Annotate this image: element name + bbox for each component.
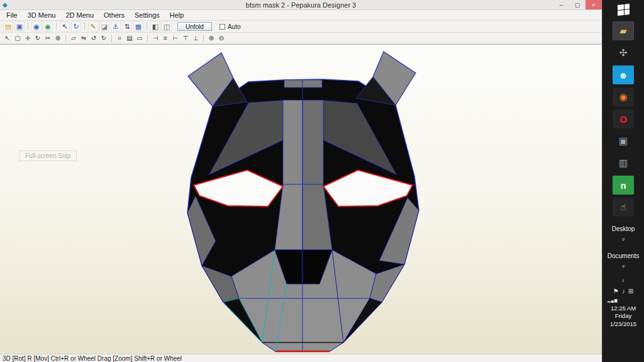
- zoom-out-icon[interactable]: ⊖: [217, 34, 226, 43]
- save-icon[interactable]: ▣: [14, 21, 25, 31]
- toolbar-separator: [147, 35, 148, 42]
- toolbar-separator: [56, 23, 57, 30]
- app-window: ◆ btsm mask 2 - Pepakura Designer 3 – ▢ …: [0, 0, 602, 362]
- page-layout-icon[interactable]: ▤: [125, 34, 134, 43]
- status-bar: 3D [Rot] R [Mov] Ctrl+R or Wheel Drag [Z…: [0, 354, 602, 362]
- mask-face-stripe-right: [303, 100, 323, 184]
- action-center-flag-icon[interactable]: ⚑: [613, 288, 619, 295]
- view-2d-window-icon[interactable]: ◉: [43, 21, 53, 31]
- close-button[interactable]: ×: [586, 0, 602, 9]
- menu-item-3d-menu[interactable]: 3D Menu: [23, 11, 61, 19]
- taskbar-clock[interactable]: 12:25 AM Friday 1/23/2015: [610, 305, 636, 328]
- zoom-in-icon[interactable]: ⊕: [207, 34, 216, 43]
- rotate-ccw-icon[interactable]: ↺: [89, 34, 98, 43]
- tray-expand-icon[interactable]: ‹: [622, 277, 624, 284]
- mask-face-crown-quad: [284, 80, 322, 88]
- align-left-icon[interactable]: ⊣: [151, 34, 160, 43]
- select-mode-icon[interactable]: ↖: [60, 21, 70, 31]
- auto-checkbox[interactable]: [219, 24, 225, 30]
- toolbar-main: ▤▣◉◉↖↻✎◪⚓⇅▦◧◫ Unfold Auto: [0, 21, 602, 33]
- blender-icon[interactable]: ◉: [613, 88, 634, 106]
- file-explorer-icon[interactable]: ▰: [613, 21, 634, 40]
- menu-bar: File3D Menu2D MenuOthersSettingsHelp: [0, 10, 602, 21]
- printer-icon[interactable]: ▥: [613, 154, 634, 173]
- menu-item-file[interactable]: File: [1, 11, 23, 19]
- menu-item-help[interactable]: Help: [165, 11, 189, 19]
- align-top-icon[interactable]: ⊤: [181, 34, 190, 43]
- window-split-icon[interactable]: ◫: [162, 21, 172, 31]
- toolbar-separator: [65, 35, 66, 42]
- start-button[interactable]: [602, 0, 644, 19]
- swap-icon[interactable]: ⇅: [122, 21, 132, 31]
- toolbar-separator: [84, 23, 85, 30]
- view-3d-window-icon[interactable]: ◉: [31, 21, 42, 31]
- rotate-cw-icon[interactable]: ↻: [99, 34, 108, 43]
- clock-day: Friday: [610, 312, 636, 320]
- toolbar-separator: [147, 23, 147, 30]
- move-island-icon[interactable]: ✛: [23, 34, 32, 43]
- toolbar-separator: [111, 35, 112, 42]
- clock-time: 12:25 AM: [610, 305, 636, 312]
- flip-island-icon[interactable]: ⇋: [79, 34, 88, 43]
- tray-icons: ⚑♪⊞: [613, 288, 633, 295]
- hand-app-icon[interactable]: ☝: [613, 198, 634, 217]
- network-signal-icon[interactable]: ▂▄▆: [608, 298, 618, 302]
- part-number-icon[interactable]: ⌗: [115, 34, 124, 43]
- select-part-icon[interactable]: ↖: [3, 34, 12, 43]
- mask-3d-model[interactable]: [0, 45, 602, 353]
- desktop-toolbar[interactable]: Desktop «: [612, 225, 635, 244]
- status-text: 3D [Rot] R [Mov] Ctrl+R or Wheel Drag [Z…: [3, 355, 182, 362]
- divide-face-icon[interactable]: ✂: [43, 34, 52, 43]
- chevron-down-icon[interactable]: «: [621, 264, 626, 268]
- align-bottom-icon[interactable]: ⊥: [191, 34, 200, 43]
- rotate-island-icon[interactable]: ↻: [33, 34, 42, 43]
- minimize-button[interactable]: –: [553, 0, 569, 9]
- menu-item-others[interactable]: Others: [99, 11, 130, 19]
- search-app-icon[interactable]: ✣: [613, 43, 634, 62]
- pen-icon[interactable]: ✎: [88, 21, 98, 31]
- menu-item-settings[interactable]: Settings: [130, 11, 165, 19]
- window-controls: – ▢ ×: [553, 0, 602, 9]
- select-box-icon[interactable]: ▢: [13, 34, 22, 43]
- join-edge-icon[interactable]: ⊕: [53, 34, 62, 43]
- toolbar-2d: ↖▢✛↻✂⊕▱⇋↺↻⌗▤▭⊣≡⊢⊤⊥⊕⊖: [0, 33, 602, 44]
- volume-icon[interactable]: ♪: [622, 288, 625, 295]
- opera-icon[interactable]: O: [613, 110, 634, 128]
- align-center-h-icon[interactable]: ≡: [161, 34, 170, 43]
- eraser-icon[interactable]: ◪: [99, 21, 109, 31]
- window-title: btsm mask 2 - Pepakura Designer 3: [0, 1, 602, 9]
- green-n-app-icon[interactable]: n: [613, 176, 634, 195]
- windows-logo-icon: [618, 4, 630, 16]
- toolbar-2d-icons: ↖▢✛↻✂⊕▱⇋↺↻⌗▤▭⊣≡⊢⊤⊥⊕⊖: [3, 34, 226, 43]
- blue-app-icon[interactable]: ☻: [613, 65, 634, 84]
- edit-tab-icon[interactable]: ▱: [69, 34, 78, 43]
- toolbar-main-icons: ▤▣◉◉↖↻✎◪⚓⇅▦◧◫: [3, 21, 172, 31]
- desktop-toolbar-label: Desktop: [612, 225, 635, 232]
- window-3d-only-icon[interactable]: ◧: [150, 21, 160, 31]
- computer-icon[interactable]: ▣: [613, 132, 634, 150]
- taskbar-apps: ▰✣☻◉O▣▥n☝: [613, 21, 634, 217]
- auto-option: Auto: [219, 23, 241, 30]
- title-bar[interactable]: ◆ btsm mask 2 - Pepakura Designer 3 – ▢ …: [0, 0, 602, 10]
- mask-face-chin: [239, 298, 370, 351]
- align-right-icon[interactable]: ⊢: [171, 34, 180, 43]
- open-icon[interactable]: ▤: [3, 21, 13, 31]
- documents-toolbar[interactable]: Documents «: [608, 252, 640, 271]
- rotate-mode-icon[interactable]: ↻: [71, 21, 81, 31]
- viewport-3d[interactable]: Full-screen Snip: [0, 44, 602, 354]
- ime-icon[interactable]: ⊞: [628, 288, 633, 295]
- texture-icon[interactable]: ▦: [133, 21, 143, 31]
- clock-date: 1/23/2015: [610, 320, 636, 328]
- toolbar-separator: [28, 23, 28, 30]
- restore-button[interactable]: ▢: [569, 0, 586, 9]
- documents-toolbar-label: Documents: [608, 252, 640, 259]
- chevron-down-icon[interactable]: «: [621, 237, 626, 240]
- unfold-button[interactable]: Unfold: [177, 22, 212, 31]
- menu-item-2d-menu[interactable]: 2D Menu: [60, 11, 99, 19]
- toolbar-separator: [203, 35, 204, 42]
- pepakura-app-icon: ◆: [3, 1, 8, 8]
- auto-label: Auto: [228, 23, 241, 30]
- snip-overlay-ghost: Full-screen Snip: [19, 150, 77, 161]
- print-area-icon[interactable]: ▭: [135, 34, 144, 43]
- anchor-icon[interactable]: ⚓: [111, 21, 121, 31]
